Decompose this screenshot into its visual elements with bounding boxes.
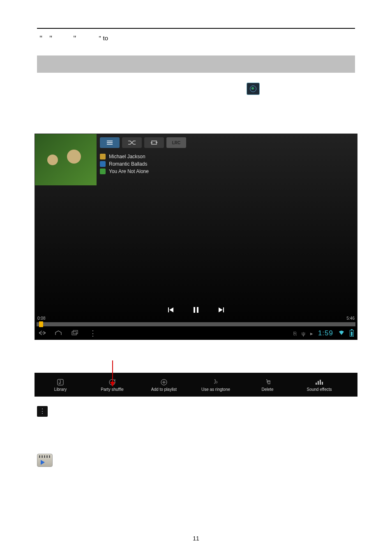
status-area: ⎘ ψ ▸ 1:59 bbox=[293, 329, 354, 337]
track-metadata: Michael Jackson Romantic Ballads You Are… bbox=[100, 152, 149, 176]
svg-rect-18 bbox=[316, 383, 317, 385]
menu-delete-label: Delete bbox=[262, 387, 274, 392]
pause-button[interactable] bbox=[193, 307, 199, 315]
add-playlist-icon bbox=[160, 378, 168, 386]
svg-rect-7 bbox=[72, 332, 76, 335]
delete-icon bbox=[263, 378, 272, 386]
nav-buttons: ⋮ bbox=[38, 330, 98, 337]
svg-rect-19 bbox=[318, 381, 319, 385]
system-bar: ⋮ ⎘ ψ ▸ 1:59 bbox=[35, 327, 357, 339]
overflow-menu-icon[interactable]: ⋮ bbox=[88, 330, 98, 337]
elapsed-time: 0:08 bbox=[37, 316, 45, 321]
album-art bbox=[35, 134, 97, 185]
arrow-annotation bbox=[37, 340, 355, 373]
svg-rect-16 bbox=[268, 381, 270, 384]
party-shuffle-icon: + bbox=[108, 378, 116, 386]
recent-button[interactable] bbox=[71, 330, 78, 337]
overflow-icon: ⋮ bbox=[37, 406, 48, 417]
sound-effects-icon bbox=[315, 378, 323, 386]
overflow-icon-line: ⋮ bbox=[37, 405, 355, 417]
menu-ringtone[interactable]: Use as ringtone bbox=[190, 378, 242, 392]
svg-rect-8 bbox=[73, 330, 78, 334]
wifi-icon bbox=[338, 330, 345, 337]
home-button[interactable] bbox=[55, 330, 62, 337]
music-app-icon bbox=[247, 83, 260, 95]
overflow-menu-bar: Library + Party shuffle Add to playlist … bbox=[35, 373, 357, 397]
menu-library[interactable]: Library bbox=[35, 378, 86, 392]
song-name: You Are Not Alone bbox=[109, 169, 149, 174]
svg-rect-20 bbox=[320, 380, 321, 385]
song-icon bbox=[100, 169, 106, 174]
shuffle-button[interactable] bbox=[122, 137, 142, 148]
menu-party-shuffle[interactable]: + Party shuffle bbox=[86, 378, 138, 392]
svg-rect-6 bbox=[223, 307, 224, 312]
menu-party-label: Party shuffle bbox=[101, 387, 123, 392]
section-heading-bar bbox=[37, 55, 355, 73]
intro-line: " " " " to bbox=[37, 35, 355, 43]
artist-name: Michael Jackson bbox=[109, 154, 145, 159]
progress-bar[interactable] bbox=[37, 322, 355, 326]
music-player-screenshot: LRC Michael Jackson Romantic Ballads You… bbox=[35, 134, 357, 340]
svg-rect-3 bbox=[168, 307, 169, 312]
svg-rect-5 bbox=[197, 307, 198, 313]
video-app-icon bbox=[37, 454, 53, 467]
status-icon-1: ⎘ bbox=[293, 330, 297, 337]
lrc-button[interactable]: LRC bbox=[166, 137, 186, 148]
album-name: Romantic Ballads bbox=[109, 161, 147, 167]
menu-library-label: Library bbox=[54, 387, 67, 392]
usb-icon: ψ bbox=[302, 330, 305, 337]
song-row: You Are Not Alone bbox=[100, 169, 149, 174]
svg-rect-4 bbox=[194, 307, 195, 313]
repeat-button[interactable] bbox=[144, 137, 164, 148]
album-icon bbox=[100, 161, 106, 167]
page-number: 11 bbox=[0, 535, 392, 542]
album-row: Romantic Ballads bbox=[100, 161, 149, 167]
library-icon bbox=[56, 378, 65, 386]
artist-row: Michael Jackson bbox=[100, 154, 149, 159]
to-text: " to bbox=[99, 35, 108, 42]
clock: 1:59 bbox=[318, 329, 333, 337]
total-time: 5:46 bbox=[347, 316, 355, 321]
next-button[interactable] bbox=[218, 307, 224, 315]
ringtone-icon bbox=[212, 378, 220, 386]
back-button[interactable] bbox=[38, 330, 46, 337]
battery-icon bbox=[350, 330, 354, 337]
menu-sound-effects[interactable]: Sound effects bbox=[293, 378, 345, 392]
paragraph-with-icon bbox=[37, 80, 355, 105]
menu-sound-label: Sound effects bbox=[307, 387, 332, 392]
menu-add-label: Add to playlist bbox=[151, 387, 177, 392]
svg-rect-21 bbox=[322, 382, 323, 385]
progress-knob[interactable] bbox=[39, 321, 43, 327]
close-quote-1: " bbox=[47, 35, 55, 43]
video-icon-line bbox=[37, 454, 355, 467]
artist-icon bbox=[100, 154, 106, 159]
menu-add-playlist[interactable]: Add to playlist bbox=[138, 378, 190, 392]
menu-delete[interactable]: Delete bbox=[242, 378, 293, 392]
open-quote-2: " bbox=[71, 35, 79, 43]
divider bbox=[37, 28, 355, 29]
page: " " " " to LRC Michael Jackson bbox=[0, 0, 392, 554]
menu-ringtone-label: Use as ringtone bbox=[201, 387, 230, 392]
player-top-buttons: LRC bbox=[100, 137, 186, 148]
queue-button[interactable] bbox=[100, 137, 120, 148]
transport-controls bbox=[35, 307, 357, 315]
open-quote-1: " bbox=[37, 35, 45, 43]
prev-button[interactable] bbox=[168, 307, 174, 315]
svg-text:+: + bbox=[114, 379, 116, 382]
play-indicator-icon: ▸ bbox=[310, 330, 313, 337]
